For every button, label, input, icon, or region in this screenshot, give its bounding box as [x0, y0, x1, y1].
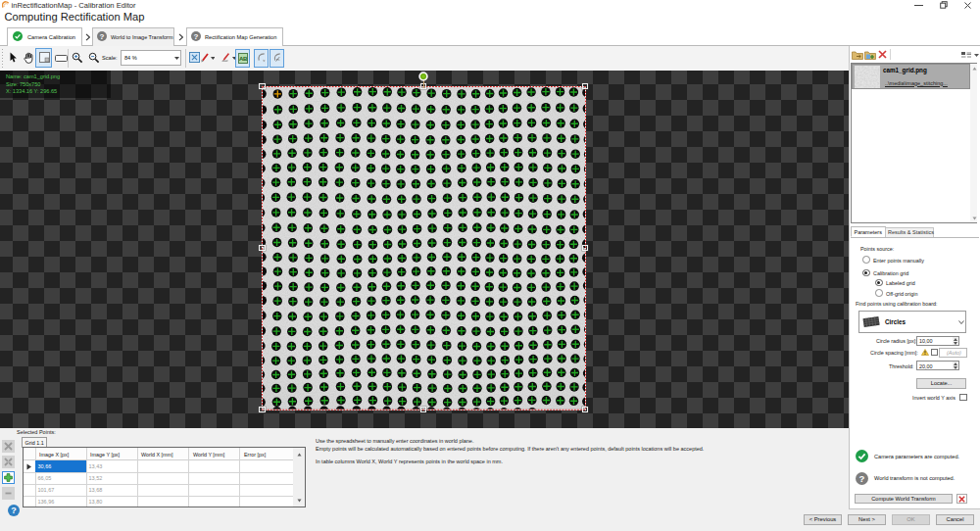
svg-text:?: ?: [194, 32, 199, 41]
svg-text:AB: AB: [239, 56, 248, 62]
svg-text:?: ?: [100, 32, 105, 41]
svg-text:?: ?: [859, 473, 865, 484]
svg-text:?: ?: [11, 506, 17, 515]
